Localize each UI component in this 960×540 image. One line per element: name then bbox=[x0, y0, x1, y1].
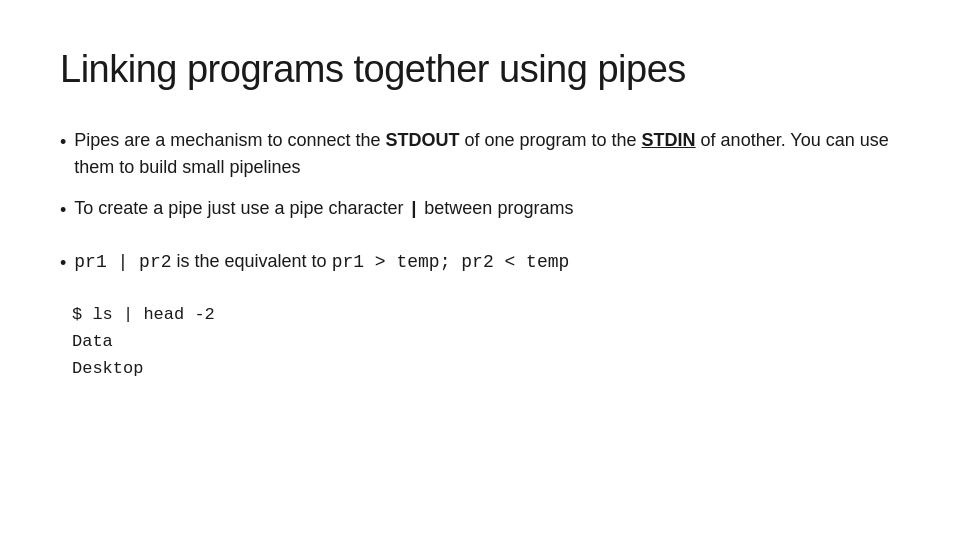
bullet-text-1: Pipes are a mechanism to connect the STD… bbox=[74, 127, 900, 181]
slide: Linking programs together using pipes • … bbox=[0, 0, 960, 540]
bullet-item-3: • pr1 | pr2 is the equivalent to pr1 > t… bbox=[60, 248, 900, 277]
bullet-item-1: • Pipes are a mechanism to connect the S… bbox=[60, 127, 900, 181]
stdin-text: STDIN bbox=[642, 130, 696, 150]
pipe-example-middle: is the equivalent to bbox=[172, 251, 327, 271]
bullet-dot-2: • bbox=[60, 197, 66, 224]
bullet-text-2: To create a pipe just use a pipe charact… bbox=[74, 195, 900, 223]
code-line-1: $ ls | head -2 bbox=[72, 301, 900, 328]
pipe-equivalent-code: pr1 > temp; pr2 < temp bbox=[332, 252, 570, 272]
bullet-item-2: • To create a pipe just use a pipe chara… bbox=[60, 195, 900, 224]
bullet-dot-1: • bbox=[60, 129, 66, 156]
code-line-2: Data bbox=[72, 328, 900, 355]
bullet-text-3: pr1 | pr2 is the equivalent to pr1 > tem… bbox=[74, 248, 900, 276]
bullet-section: • Pipes are a mechanism to connect the S… bbox=[60, 127, 900, 224]
pipe-example-code: pr1 | pr2 bbox=[74, 252, 171, 272]
code-block: $ ls | head -2 Data Desktop bbox=[72, 301, 900, 383]
bullet-dot-3: • bbox=[60, 250, 66, 277]
pipe-symbol: | bbox=[409, 199, 420, 219]
slide-title: Linking programs together using pipes bbox=[60, 48, 900, 91]
code-line-3: Desktop bbox=[72, 355, 900, 382]
stdout-text: STDOUT bbox=[385, 130, 459, 150]
